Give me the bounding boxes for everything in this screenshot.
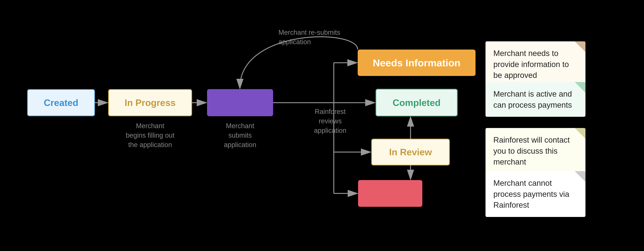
node-inprogress: In Progress — [108, 89, 192, 116]
note-completed-text: Merchant is active and can process payme… — [493, 89, 572, 109]
node-created-label: Created — [44, 97, 78, 108]
note-needs-info: Merchant needs to provide information to… — [486, 41, 586, 87]
node-needs-info-label: Needs Information — [373, 57, 460, 69]
label-resubmits-text: Merchant re-submitsapplication — [278, 29, 340, 46]
node-inreview: In Review — [371, 139, 450, 165]
note-needs-info-text: Merchant needs to provide information to… — [493, 49, 569, 79]
node-inprogress-label: In Progress — [124, 97, 176, 108]
note-rejected: Merchant cannot process payments via Rai… — [486, 171, 586, 217]
diagram-container: Created In Progress Needs Information Co… — [0, 0, 644, 251]
label-resubmits: Merchant re-submitsapplication — [278, 28, 354, 47]
label-inprogress: Merchantbegins filling outthe applicatio… — [108, 121, 192, 150]
node-submitted — [207, 89, 273, 116]
node-needs-info: Needs Information — [358, 49, 476, 76]
label-inprogress-text: Merchantbegins filling outthe applicatio… — [126, 122, 174, 149]
label-submitted-text: Merchantsubmitsapplication — [224, 122, 256, 149]
note-inreview-text: Rainforest will contact you to discuss t… — [493, 135, 570, 166]
note-completed: Merchant is active and can process payme… — [486, 82, 586, 117]
note-inreview: Rainforest will contact you to discuss t… — [486, 128, 586, 174]
label-reviewing: Rainforestreviewsapplication — [293, 107, 368, 135]
node-inreview-label: In Review — [389, 147, 432, 157]
node-rejected — [358, 180, 422, 207]
label-submitted: Merchantsubmitsapplication — [200, 121, 280, 150]
node-completed-label: Completed — [393, 97, 441, 108]
node-created: Created — [27, 89, 95, 116]
note-rejected-text: Merchant cannot process payments via Rai… — [493, 179, 570, 209]
node-completed: Completed — [376, 89, 458, 116]
label-reviewing-text: Rainforestreviewsapplication — [314, 108, 346, 134]
